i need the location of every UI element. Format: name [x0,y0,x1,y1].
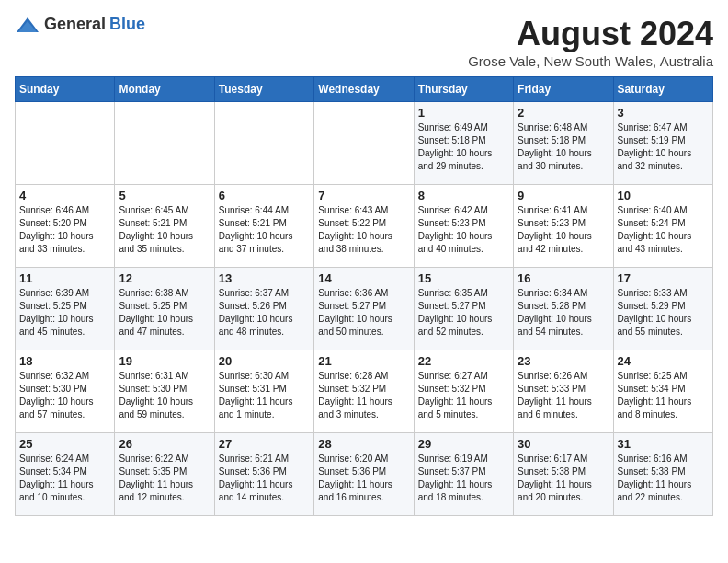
calendar-cell: 25Sunrise: 6:24 AMSunset: 5:34 PMDayligh… [16,433,115,516]
calendar-cell: 24Sunrise: 6:25 AMSunset: 5:34 PMDayligh… [613,350,712,433]
calendar-cell: 28Sunrise: 6:20 AMSunset: 5:36 PMDayligh… [314,433,414,516]
day-number: 15 [418,271,509,285]
day-info: Sunrise: 6:31 AMSunset: 5:30 PMDaylight:… [119,370,210,421]
calendar-week-row: 18Sunrise: 6:32 AMSunset: 5:30 PMDayligh… [16,350,713,433]
day-info: Sunrise: 6:27 AMSunset: 5:32 PMDaylight:… [418,370,509,421]
weekday-header-row: SundayMondayTuesdayWednesdayThursdayFrid… [16,77,713,102]
day-info: Sunrise: 6:36 AMSunset: 5:27 PMDaylight:… [318,287,409,339]
calendar-cell: 16Sunrise: 6:34 AMSunset: 5:28 PMDayligh… [514,268,613,350]
day-number: 10 [618,189,709,202]
day-info: Sunrise: 6:47 AMSunset: 5:19 PMDaylight:… [618,121,709,173]
calendar-cell: 17Sunrise: 6:33 AMSunset: 5:29 PMDayligh… [613,268,712,350]
day-info: Sunrise: 6:20 AMSunset: 5:36 PMDaylight:… [318,453,409,504]
calendar-cell: 10Sunrise: 6:40 AMSunset: 5:24 PMDayligh… [613,185,712,268]
day-info: Sunrise: 6:45 AMSunset: 5:21 PMDaylight:… [119,204,210,256]
day-info: Sunrise: 6:48 AMSunset: 5:18 PMDaylight:… [518,121,609,173]
calendar-cell: 1Sunrise: 6:49 AMSunset: 5:18 PMDaylight… [414,102,513,185]
day-number: 7 [318,189,409,202]
day-number: 16 [518,271,609,285]
day-number: 29 [418,437,509,451]
day-info: Sunrise: 6:26 AMSunset: 5:33 PMDaylight:… [518,370,609,421]
calendar-cell: 21Sunrise: 6:28 AMSunset: 5:32 PMDayligh… [314,350,414,433]
day-number: 28 [318,437,409,451]
calendar-cell: 20Sunrise: 6:30 AMSunset: 5:31 PMDayligh… [214,350,313,433]
day-info: Sunrise: 6:34 AMSunset: 5:28 PMDaylight:… [518,287,609,339]
day-number: 8 [418,189,509,202]
calendar-cell: 23Sunrise: 6:26 AMSunset: 5:33 PMDayligh… [514,350,613,433]
title-block: August 2024 Grose Vale, New South Wales,… [468,15,713,69]
day-info: Sunrise: 6:49 AMSunset: 5:18 PMDaylight:… [418,121,509,173]
weekday-header-saturday: Saturday [613,77,712,102]
day-number: 25 [19,437,110,451]
day-info: Sunrise: 6:40 AMSunset: 5:24 PMDaylight:… [618,204,709,256]
day-info: Sunrise: 6:43 AMSunset: 5:22 PMDaylight:… [318,204,409,256]
day-info: Sunrise: 6:44 AMSunset: 5:21 PMDaylight:… [219,204,310,256]
day-info: Sunrise: 6:35 AMSunset: 5:27 PMDaylight:… [418,287,509,339]
calendar-week-row: 25Sunrise: 6:24 AMSunset: 5:34 PMDayligh… [16,433,713,516]
weekday-header-wednesday: Wednesday [314,77,414,102]
day-info: Sunrise: 6:24 AMSunset: 5:34 PMDaylight:… [19,453,110,504]
calendar-cell: 19Sunrise: 6:31 AMSunset: 5:30 PMDayligh… [115,350,214,433]
weekday-header-sunday: Sunday [16,77,115,102]
day-number: 9 [518,189,609,202]
calendar-cell: 22Sunrise: 6:27 AMSunset: 5:32 PMDayligh… [414,350,513,433]
calendar-cell: 6Sunrise: 6:44 AMSunset: 5:21 PMDaylight… [214,185,313,268]
day-info: Sunrise: 6:42 AMSunset: 5:23 PMDaylight:… [418,204,509,256]
calendar-week-row: 11Sunrise: 6:39 AMSunset: 5:25 PMDayligh… [16,268,713,350]
calendar-cell [214,102,313,185]
calendar-cell: 15Sunrise: 6:35 AMSunset: 5:27 PMDayligh… [414,268,513,350]
day-number: 17 [618,271,709,285]
calendar-week-row: 1Sunrise: 6:49 AMSunset: 5:18 PMDaylight… [16,102,713,185]
day-number: 12 [119,271,210,285]
calendar-cell: 5Sunrise: 6:45 AMSunset: 5:21 PMDaylight… [115,185,214,268]
day-info: Sunrise: 6:30 AMSunset: 5:31 PMDaylight:… [219,370,310,421]
calendar-cell: 11Sunrise: 6:39 AMSunset: 5:25 PMDayligh… [16,268,115,350]
calendar-cell: 3Sunrise: 6:47 AMSunset: 5:19 PMDaylight… [613,102,712,185]
day-number: 26 [119,437,210,451]
day-number: 18 [19,354,110,368]
weekday-header-friday: Friday [514,77,613,102]
logo-general: General [44,15,106,34]
day-number: 5 [119,189,210,202]
calendar-cell: 12Sunrise: 6:38 AMSunset: 5:25 PMDayligh… [115,268,214,350]
calendar-subtitle: Grose Vale, New South Wales, Australia [468,53,713,69]
day-info: Sunrise: 6:37 AMSunset: 5:26 PMDaylight:… [219,287,310,339]
day-number: 13 [219,271,310,285]
day-info: Sunrise: 6:17 AMSunset: 5:38 PMDaylight:… [518,453,609,504]
day-info: Sunrise: 6:41 AMSunset: 5:23 PMDaylight:… [518,204,609,256]
day-info: Sunrise: 6:28 AMSunset: 5:32 PMDaylight:… [318,370,409,421]
day-number: 24 [618,354,709,368]
day-info: Sunrise: 6:16 AMSunset: 5:38 PMDaylight:… [618,453,709,504]
weekday-header-thursday: Thursday [414,77,513,102]
calendar-cell: 18Sunrise: 6:32 AMSunset: 5:30 PMDayligh… [16,350,115,433]
day-info: Sunrise: 6:19 AMSunset: 5:37 PMDaylight:… [418,453,509,504]
day-info: Sunrise: 6:25 AMSunset: 5:34 PMDaylight:… [618,370,709,421]
day-info: Sunrise: 6:46 AMSunset: 5:20 PMDaylight:… [19,204,110,256]
day-number: 14 [318,271,409,285]
logo: GeneralBlue [15,15,145,34]
day-number: 2 [518,106,609,120]
day-number: 31 [618,437,709,451]
day-info: Sunrise: 6:32 AMSunset: 5:30 PMDaylight:… [19,370,110,421]
day-number: 20 [219,354,310,368]
day-number: 27 [219,437,310,451]
calendar-cell: 30Sunrise: 6:17 AMSunset: 5:38 PMDayligh… [514,433,613,516]
day-number: 6 [219,189,310,202]
day-number: 19 [119,354,210,368]
calendar-cell [16,102,115,185]
day-number: 4 [19,189,110,202]
day-info: Sunrise: 6:39 AMSunset: 5:25 PMDaylight:… [19,287,110,339]
calendar-title: August 2024 [468,15,713,53]
calendar-cell: 31Sunrise: 6:16 AMSunset: 5:38 PMDayligh… [613,433,712,516]
day-info: Sunrise: 6:21 AMSunset: 5:36 PMDaylight:… [219,453,310,504]
day-number: 23 [518,354,609,368]
logo-icon [15,16,40,34]
calendar-cell: 4Sunrise: 6:46 AMSunset: 5:20 PMDaylight… [16,185,115,268]
weekday-header-tuesday: Tuesday [214,77,313,102]
calendar-cell: 29Sunrise: 6:19 AMSunset: 5:37 PMDayligh… [414,433,513,516]
day-info: Sunrise: 6:38 AMSunset: 5:25 PMDaylight:… [119,287,210,339]
calendar-cell: 9Sunrise: 6:41 AMSunset: 5:23 PMDaylight… [514,185,613,268]
day-number: 11 [19,271,110,285]
calendar-cell: 26Sunrise: 6:22 AMSunset: 5:35 PMDayligh… [115,433,214,516]
calendar-week-row: 4Sunrise: 6:46 AMSunset: 5:20 PMDaylight… [16,185,713,268]
